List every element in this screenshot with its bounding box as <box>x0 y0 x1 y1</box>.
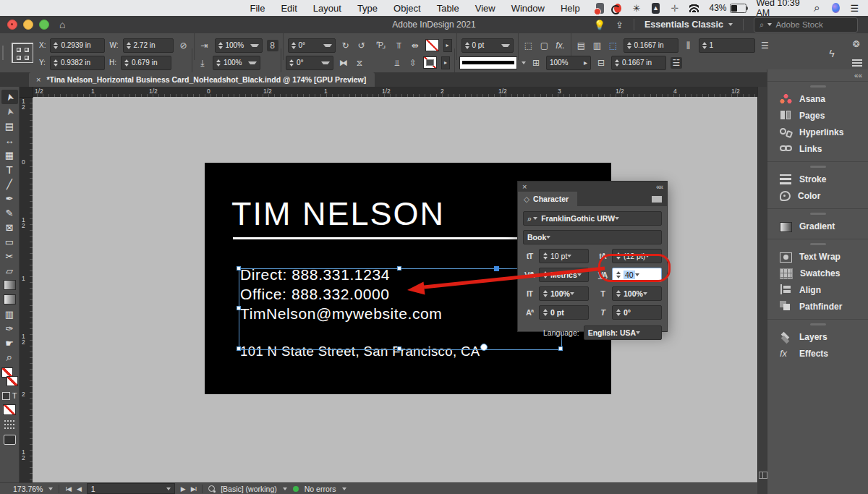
stroke-none-swatch[interactable] <box>7 376 18 386</box>
menu-type[interactable]: Type <box>357 3 378 14</box>
menu-object[interactable]: Object <box>393 3 421 14</box>
panel-button-hyperlinks[interactable]: Hyperlinks <box>767 124 868 140</box>
location-icon[interactable]: ✛ <box>670 3 679 14</box>
selection-handle[interactable] <box>237 346 241 351</box>
scale-y-field[interactable]: 100% <box>213 56 260 70</box>
shear-field[interactable]: 0° <box>286 56 333 70</box>
screen-mode-button[interactable] <box>4 435 16 445</box>
chevron-down-icon[interactable] <box>342 487 346 490</box>
menu-view[interactable]: View <box>475 3 495 14</box>
stepper[interactable] <box>54 59 58 67</box>
selection-handle[interactable] <box>237 266 241 271</box>
collapse-dock-icon[interactable]: «« <box>854 72 862 80</box>
corner-shape-icon[interactable]: ▢ <box>539 41 550 51</box>
hand-tool[interactable]: ☛ <box>1 336 18 350</box>
pencil-tool[interactable]: ✎ <box>1 205 18 220</box>
stepper[interactable] <box>289 59 294 67</box>
text-frame-selection[interactable] <box>239 268 562 350</box>
fill-options-arrow[interactable]: ▸ <box>443 39 452 52</box>
indesign-status-icon[interactable]: ▲ <box>652 3 660 14</box>
preflight-profile[interactable]: [Basic] (working) <box>221 485 277 493</box>
close-panel-icon[interactable]: × <box>522 182 527 191</box>
chevron-down-icon[interactable] <box>250 44 259 47</box>
menu-layout[interactable]: Layout <box>313 3 341 14</box>
chevron-down-icon[interactable] <box>323 44 332 47</box>
horizontal-scale-field[interactable]: 100% <box>612 286 662 301</box>
close-tab-icon[interactable]: × <box>36 75 41 84</box>
drag-handle[interactable] <box>810 243 826 245</box>
chevron-down-icon[interactable] <box>615 217 619 220</box>
page-number-field[interactable]: 1 <box>87 483 175 494</box>
panel-button-align[interactable]: Align <box>767 281 868 298</box>
panel-button-swatches[interactable]: Swatches <box>767 265 868 281</box>
stroke-options-arrow[interactable]: ▸ <box>441 56 450 69</box>
page-tool[interactable]: ▤ <box>1 119 18 133</box>
gradient-feather-tool[interactable] <box>1 292 18 307</box>
stepper[interactable] <box>292 42 296 49</box>
vertical-scrollbar[interactable] <box>757 87 767 482</box>
flip-vertical-icon[interactable]: ⧖ <box>354 58 365 68</box>
kerning-field[interactable]: Metrics <box>539 268 589 282</box>
chevron-down-icon[interactable] <box>643 292 647 295</box>
panel-grip[interactable] <box>2 46 4 60</box>
constrain-proportions-icon[interactable]: ⊘ <box>178 41 190 51</box>
free-transform-tool[interactable]: ▱ <box>1 263 18 278</box>
textwrap-bound-icon[interactable]: ▥ <box>592 41 603 51</box>
menu-window[interactable]: Window <box>511 3 545 14</box>
drag-handle[interactable] <box>810 213 826 215</box>
type-tool[interactable]: T <box>1 162 18 176</box>
panel-button-effects[interactable]: fxEffects <box>767 345 868 362</box>
stepper[interactable] <box>127 42 131 49</box>
balance-columns-icon[interactable]: ☱ <box>671 57 682 69</box>
drag-handle[interactable] <box>810 85 826 88</box>
horizontal-ruler[interactable]: 1/2 1 1/2 0 1/2 1 1/2 2 1/2 3 1/2 4 1/2 <box>20 87 757 98</box>
frame-edge-handle[interactable] <box>494 266 499 271</box>
chevron-down-icon[interactable] <box>577 273 582 276</box>
rotate-ccw-icon[interactable]: ↺ <box>356 41 367 51</box>
stepper[interactable] <box>702 42 707 49</box>
align-top-icon[interactable]: ⫪ <box>393 41 405 51</box>
first-page-button[interactable]: Ι◀ <box>65 485 70 493</box>
chevron-down-icon[interactable] <box>48 487 53 490</box>
reference-point-grid[interactable] <box>12 43 33 63</box>
corner-options-icon[interactable]: ⬚ <box>523 41 535 51</box>
x-position-field[interactable]: 0.2939 in <box>50 38 105 53</box>
siri-icon[interactable] <box>832 3 840 13</box>
panel-button-layers[interactable]: Layers <box>767 328 868 345</box>
document-tab[interactable]: × *Tina Nelson_Horizontal Business Card_… <box>29 72 375 87</box>
chevron-down-icon[interactable] <box>636 331 640 334</box>
gear-icon[interactable]: ❂ <box>851 39 862 49</box>
spotlight-search-icon[interactable]: ⌕ <box>812 3 822 14</box>
notification-center-icon[interactable]: ☰ <box>850 3 859 14</box>
chevron-down-icon[interactable] <box>522 61 526 64</box>
menu-help[interactable]: Help <box>561 3 580 14</box>
selection-handle[interactable] <box>397 266 401 271</box>
font-size-field[interactable]: 10 pt <box>539 249 589 263</box>
vertical-scale-field[interactable]: 100% <box>539 286 589 301</box>
ruler-origin-corner[interactable] <box>20 87 33 98</box>
chevron-down-icon[interactable] <box>570 292 574 295</box>
panel-button-gradient[interactable]: Gradient <box>767 218 868 234</box>
drag-handle[interactable] <box>810 323 826 325</box>
eyedropper-tool[interactable]: ✑ <box>1 321 18 336</box>
wrap-offset-field[interactable]: 0.1667 in <box>624 38 678 53</box>
wifi-icon[interactable] <box>689 4 699 12</box>
stroke-swatch-none[interactable] <box>423 56 437 69</box>
menu-file[interactable]: File <box>250 3 265 14</box>
next-page-button[interactable]: ▶ <box>181 485 185 493</box>
chevron-down-icon[interactable] <box>321 61 330 64</box>
selection-handle[interactable] <box>237 306 241 310</box>
apply-none-button[interactable] <box>3 404 16 415</box>
panel-menu-icon[interactable] <box>852 59 862 67</box>
character-panel-tab[interactable]: ◇ Character <box>518 192 577 206</box>
stepper[interactable] <box>124 59 129 67</box>
settings-menu-icon[interactable]: ✳ <box>631 3 641 14</box>
textwrap-none-icon[interactable]: ▤ <box>576 41 587 51</box>
gradient-swatch-tool[interactable] <box>1 278 18 292</box>
frame-options-icon[interactable]: ☰ <box>760 41 771 51</box>
formatting-container-icon[interactable] <box>2 392 10 400</box>
scale-x-field[interactable]: 100% <box>215 38 263 53</box>
rotation-field[interactable]: 0° <box>288 38 336 53</box>
width-field[interactable]: 2.72 in <box>123 38 174 53</box>
vertical-ruler[interactable]: 1 2 0 1 2 1 1 2 2 1 2 <box>20 97 33 482</box>
